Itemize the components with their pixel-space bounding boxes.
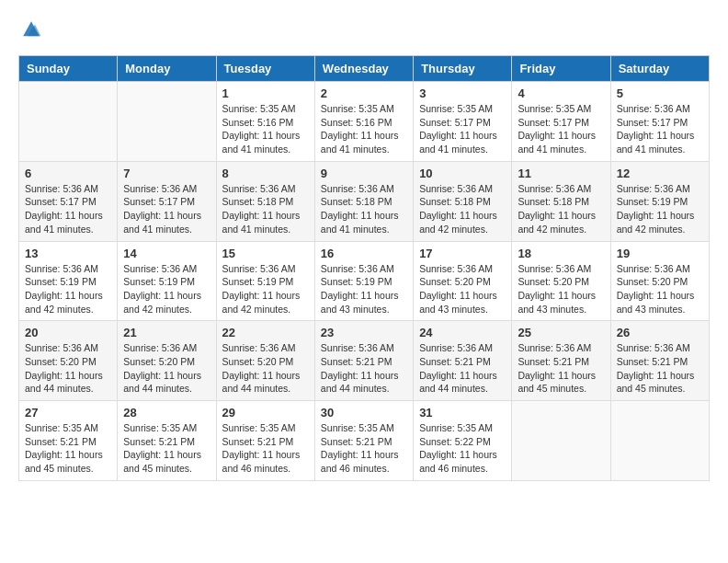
day-info: Sunrise: 5:36 AMSunset: 5:20 PMDaylight:… [617,262,703,316]
calendar-cell: 21Sunrise: 5:36 AMSunset: 5:20 PMDayligh… [118,321,216,401]
day-info: Sunrise: 5:35 AMSunset: 5:21 PMDaylight:… [25,421,111,476]
calendar-cell: 1Sunrise: 5:35 AMSunset: 5:16 PMDaylight… [216,82,314,162]
calendar-cell: 28Sunrise: 5:35 AMSunset: 5:21 PMDayligh… [118,401,216,481]
calendar-cell: 24Sunrise: 5:36 AMSunset: 5:21 PMDayligh… [414,321,512,401]
calendar-cell: 17Sunrise: 5:36 AMSunset: 5:20 PMDayligh… [414,241,512,321]
day-info: Sunrise: 5:36 AMSunset: 5:17 PMDaylight:… [617,102,703,156]
day-info: Sunrise: 5:36 AMSunset: 5:21 PMDaylight:… [419,341,506,396]
day-number: 26 [617,326,703,339]
calendar-cell: 25Sunrise: 5:36 AMSunset: 5:21 PMDayligh… [512,321,610,401]
day-info: Sunrise: 5:35 AMSunset: 5:21 PMDaylight:… [222,421,309,476]
day-number: 8 [222,167,309,180]
day-number: 12 [617,167,703,180]
calendar-cell: 6Sunrise: 5:36 AMSunset: 5:17 PMDaylight… [19,161,118,241]
calendar-header-friday: Friday [512,56,610,82]
logo-icon [20,18,42,40]
day-number: 18 [518,247,604,260]
day-number: 22 [222,326,309,339]
day-number: 31 [419,406,506,419]
day-info: Sunrise: 5:35 AMSunset: 5:17 PMDaylight:… [419,102,506,156]
calendar-header-tuesday: Tuesday [216,56,314,82]
day-number: 25 [518,326,604,339]
calendar-cell: 13Sunrise: 5:36 AMSunset: 5:19 PMDayligh… [19,241,118,321]
day-info: Sunrise: 5:35 AMSunset: 5:21 PMDaylight:… [123,421,210,476]
day-number: 23 [321,326,407,339]
day-number: 27 [25,406,111,419]
day-info: Sunrise: 5:35 AMSunset: 5:16 PMDaylight:… [222,102,309,156]
day-info: Sunrise: 5:36 AMSunset: 5:19 PMDaylight:… [222,262,309,316]
day-info: Sunrise: 5:36 AMSunset: 5:19 PMDaylight:… [123,262,210,316]
calendar-week-3: 13Sunrise: 5:36 AMSunset: 5:19 PMDayligh… [19,241,710,321]
day-info: Sunrise: 5:35 AMSunset: 5:16 PMDaylight:… [321,102,407,156]
day-number: 20 [25,326,111,339]
day-info: Sunrise: 5:36 AMSunset: 5:18 PMDaylight:… [222,182,309,236]
day-info: Sunrise: 5:36 AMSunset: 5:17 PMDaylight:… [123,182,210,236]
calendar-header-thursday: Thursday [414,56,512,82]
calendar-cell: 14Sunrise: 5:36 AMSunset: 5:19 PMDayligh… [118,241,216,321]
day-info: Sunrise: 5:36 AMSunset: 5:20 PMDaylight:… [123,341,210,396]
calendar-cell: 5Sunrise: 5:36 AMSunset: 5:17 PMDaylight… [610,82,709,162]
calendar-cell: 2Sunrise: 5:35 AMSunset: 5:16 PMDaylight… [314,82,413,162]
calendar-week-1: 1Sunrise: 5:35 AMSunset: 5:16 PMDaylight… [19,82,710,162]
day-number: 1 [222,86,309,100]
calendar-header-row: SundayMondayTuesdayWednesdayThursdayFrid… [19,56,710,82]
day-number: 29 [222,406,309,419]
day-info: Sunrise: 5:35 AMSunset: 5:22 PMDaylight:… [419,421,506,476]
day-info: Sunrise: 5:36 AMSunset: 5:21 PMDaylight:… [321,341,407,396]
day-number: 13 [25,247,111,260]
day-info: Sunrise: 5:36 AMSunset: 5:19 PMDaylight:… [617,182,703,236]
calendar-cell: 20Sunrise: 5:36 AMSunset: 5:20 PMDayligh… [19,321,118,401]
day-info: Sunrise: 5:36 AMSunset: 5:19 PMDaylight:… [25,262,111,316]
calendar-header-saturday: Saturday [610,56,709,82]
calendar-cell: 11Sunrise: 5:36 AMSunset: 5:18 PMDayligh… [512,161,610,241]
calendar-cell: 19Sunrise: 5:36 AMSunset: 5:20 PMDayligh… [610,241,709,321]
day-number: 28 [123,406,210,419]
day-number: 16 [321,247,407,260]
day-number: 6 [25,167,111,180]
day-number: 21 [123,326,210,339]
day-info: Sunrise: 5:36 AMSunset: 5:20 PMDaylight:… [518,262,604,316]
day-number: 24 [419,326,506,339]
calendar-cell [610,401,709,481]
calendar-cell: 27Sunrise: 5:35 AMSunset: 5:21 PMDayligh… [19,401,118,481]
day-number: 10 [419,167,506,180]
day-info: Sunrise: 5:36 AMSunset: 5:20 PMDaylight:… [419,262,506,316]
calendar-body: 1Sunrise: 5:35 AMSunset: 5:16 PMDaylight… [19,82,710,481]
day-number: 5 [617,86,703,100]
calendar-cell: 15Sunrise: 5:36 AMSunset: 5:19 PMDayligh… [216,241,314,321]
calendar-cell: 31Sunrise: 5:35 AMSunset: 5:22 PMDayligh… [414,401,512,481]
day-number: 4 [518,86,604,100]
day-info: Sunrise: 5:35 AMSunset: 5:17 PMDaylight:… [518,102,604,156]
day-info: Sunrise: 5:35 AMSunset: 5:21 PMDaylight:… [321,421,407,476]
day-number: 3 [419,86,506,100]
calendar-week-5: 27Sunrise: 5:35 AMSunset: 5:21 PMDayligh… [19,401,710,481]
calendar-header-wednesday: Wednesday [314,56,413,82]
calendar-cell: 23Sunrise: 5:36 AMSunset: 5:21 PMDayligh… [314,321,413,401]
calendar-cell: 16Sunrise: 5:36 AMSunset: 5:19 PMDayligh… [314,241,413,321]
day-number: 7 [123,167,210,180]
calendar-cell [512,401,610,481]
day-number: 17 [419,247,506,260]
day-number: 30 [321,406,407,419]
calendar-cell: 4Sunrise: 5:35 AMSunset: 5:17 PMDaylight… [512,82,610,162]
day-info: Sunrise: 5:36 AMSunset: 5:18 PMDaylight:… [321,182,407,236]
calendar-cell: 12Sunrise: 5:36 AMSunset: 5:19 PMDayligh… [610,161,709,241]
calendar-week-2: 6Sunrise: 5:36 AMSunset: 5:17 PMDaylight… [19,161,710,241]
calendar-cell: 29Sunrise: 5:35 AMSunset: 5:21 PMDayligh… [216,401,314,481]
calendar-header-sunday: Sunday [19,56,118,82]
day-number: 19 [617,247,703,260]
day-info: Sunrise: 5:36 AMSunset: 5:21 PMDaylight:… [518,341,604,396]
page-header [18,18,710,40]
calendar-week-4: 20Sunrise: 5:36 AMSunset: 5:20 PMDayligh… [19,321,710,401]
calendar-table: SundayMondayTuesdayWednesdayThursdayFrid… [18,55,710,481]
calendar-cell: 7Sunrise: 5:36 AMSunset: 5:17 PMDaylight… [118,161,216,241]
calendar-cell: 8Sunrise: 5:36 AMSunset: 5:18 PMDaylight… [216,161,314,241]
day-number: 2 [321,86,407,100]
calendar-cell: 30Sunrise: 5:35 AMSunset: 5:21 PMDayligh… [314,401,413,481]
day-number: 14 [123,247,210,260]
day-info: Sunrise: 5:36 AMSunset: 5:20 PMDaylight:… [25,341,111,396]
calendar-cell: 26Sunrise: 5:36 AMSunset: 5:21 PMDayligh… [610,321,709,401]
calendar-cell: 18Sunrise: 5:36 AMSunset: 5:20 PMDayligh… [512,241,610,321]
calendar-cell: 9Sunrise: 5:36 AMSunset: 5:18 PMDaylight… [314,161,413,241]
calendar-cell [19,82,118,162]
